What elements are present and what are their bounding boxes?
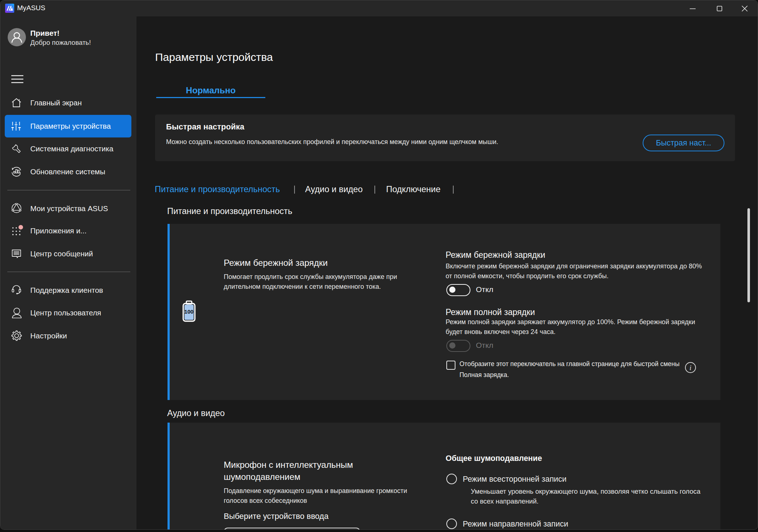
svg-text:100: 100: [184, 308, 193, 315]
